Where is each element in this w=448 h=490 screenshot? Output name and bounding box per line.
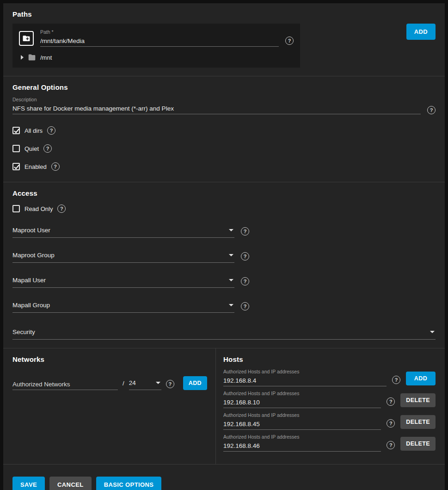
host-help-icon[interactable]: ?	[392, 376, 400, 384]
read-only-help-icon[interactable]: ?	[57, 205, 66, 213]
tree-node-label: /mnt	[40, 54, 52, 61]
networks-title: Networks	[12, 355, 207, 363]
chevron-down-icon	[229, 254, 233, 256]
path-label: Path *	[40, 29, 279, 35]
security-select[interactable]: Security	[12, 327, 436, 340]
hosts-title: Hosts	[223, 355, 436, 363]
mapall-group-label: Mapall Group	[12, 302, 50, 309]
host-input-4[interactable]	[223, 440, 381, 452]
networks-hosts-split: Networks / 24 ? ADD Hosts Authorized Hos…	[3, 348, 445, 464]
read-only-checkbox[interactable]	[12, 205, 20, 212]
maproot-group-help-icon[interactable]: ?	[241, 252, 249, 261]
path-explorer-panel: Path * ? /mnt	[12, 24, 300, 68]
description-input[interactable]	[12, 103, 421, 114]
basic-options-button[interactable]: BASIC OPTIONS	[96, 477, 162, 490]
maproot-user-row: Maproot User ?	[12, 225, 436, 238]
chevron-down-icon	[430, 331, 435, 333]
mapall-user-label: Mapall User	[12, 277, 46, 284]
folder-icon	[28, 54, 36, 61]
chevron-down-icon	[229, 304, 233, 306]
enabled-label: Enabled	[25, 163, 47, 170]
host-field-label: Authorized Hosts and IP addresses	[223, 369, 387, 374]
maproot-user-label: Maproot User	[12, 227, 50, 234]
maproot-group-select[interactable]: Maproot Group	[12, 250, 234, 263]
all-dirs-label: All dirs	[25, 127, 43, 134]
maproot-user-select[interactable]: Maproot User	[12, 225, 234, 238]
host-help-icon[interactable]: ?	[387, 419, 395, 428]
authorized-networks-input[interactable]	[12, 379, 118, 390]
host-entry: Authorized Hosts and IP addresses ? DELE…	[223, 434, 436, 452]
maproot-user-help-icon[interactable]: ?	[241, 227, 249, 236]
paths-section: Paths Path * ?	[3, 3, 445, 76]
chevron-down-icon	[156, 382, 160, 384]
checkbox-row-quiet: Quiet ?	[12, 144, 436, 153]
host-help-icon[interactable]: ?	[387, 441, 395, 449]
host-field-label: Authorized Hosts and IP addresses	[223, 434, 381, 440]
authorized-networks-help-icon[interactable]: ?	[166, 380, 174, 388]
paths-title: Paths	[12, 10, 436, 18]
access-section: Access Read Only ? Maproot User ? Maproo…	[3, 182, 445, 348]
cidr-separator: /	[123, 380, 124, 390]
paths-add-button[interactable]: ADD	[406, 24, 436, 40]
checkbox-row-all-dirs: All dirs ?	[12, 126, 436, 135]
host-entry: Authorized Hosts and IP addresses ? DELE…	[223, 412, 436, 430]
security-label: Security	[12, 329, 35, 335]
create-new-folder-glyph	[22, 34, 31, 43]
mapall-group-help-icon[interactable]: ?	[241, 302, 249, 310]
maproot-group-row: Maproot Group ?	[12, 250, 436, 263]
host-field-label: Authorized Hosts and IP addresses	[223, 412, 381, 418]
host-delete-button[interactable]: DELETE	[400, 393, 436, 407]
networks-section: Networks / 24 ? ADD	[3, 348, 215, 464]
enabled-help-icon[interactable]: ?	[51, 162, 60, 171]
host-delete-button[interactable]: DELETE	[400, 415, 436, 429]
cancel-button[interactable]: CANCEL	[49, 477, 92, 490]
networks-add-button[interactable]: ADD	[183, 376, 207, 390]
general-options-section: General Options Description ? All dirs ?…	[3, 76, 445, 182]
access-title: Access	[12, 189, 436, 197]
quiet-checkbox[interactable]	[12, 145, 20, 152]
cidr-prefix-select[interactable]: 24	[129, 378, 161, 390]
all-dirs-help-icon[interactable]: ?	[47, 126, 55, 135]
enabled-checkbox[interactable]	[12, 163, 20, 170]
host-input-1[interactable]	[223, 375, 387, 386]
chevron-down-icon	[229, 229, 233, 231]
checkbox-row-read-only: Read Only ?	[12, 205, 436, 213]
description-help-icon[interactable]: ?	[427, 106, 436, 114]
authorized-networks-row: / 24 ? ADD	[12, 376, 207, 390]
mapall-user-help-icon[interactable]: ?	[241, 277, 249, 285]
quiet-label: Quiet	[25, 145, 39, 152]
nfs-share-form: Paths Path * ?	[3, 3, 445, 490]
host-entry: Authorized Hosts and IP addresses ? DELE…	[223, 391, 436, 408]
description-label: Description	[12, 97, 421, 102]
host-entry: Authorized Hosts and IP addresses ? ADD	[223, 369, 436, 386]
host-help-icon[interactable]: ?	[387, 397, 395, 406]
hosts-section: Hosts Authorized Hosts and IP addresses …	[216, 348, 445, 464]
maproot-group-label: Maproot Group	[12, 252, 55, 259]
checkbox-row-enabled: Enabled ?	[12, 162, 436, 171]
mapall-user-select[interactable]: Mapall User	[12, 275, 234, 288]
all-dirs-checkbox[interactable]	[12, 127, 20, 134]
form-actions: SAVE CANCEL BASIC OPTIONS	[3, 465, 445, 490]
chevron-down-icon	[229, 279, 233, 281]
mapall-user-row: Mapall User ?	[12, 275, 436, 288]
read-only-label: Read Only	[25, 205, 53, 212]
general-options-title: General Options	[12, 83, 436, 91]
path-input[interactable]	[40, 36, 279, 47]
mapall-group-select[interactable]: Mapall Group	[12, 300, 234, 313]
quiet-help-icon[interactable]: ?	[43, 144, 52, 153]
add-folder-icon[interactable]	[19, 31, 34, 46]
path-help-icon[interactable]: ?	[285, 37, 294, 45]
host-input-2[interactable]	[223, 397, 381, 408]
host-delete-button[interactable]: DELETE	[400, 437, 436, 451]
mapall-group-row: Mapall Group ?	[12, 300, 436, 313]
host-field-label: Authorized Hosts and IP addresses	[223, 391, 381, 396]
host-input-3[interactable]	[223, 419, 381, 430]
save-button[interactable]: SAVE	[12, 477, 45, 490]
cidr-prefix-value: 24	[129, 379, 136, 386]
security-row: Security	[12, 327, 436, 340]
expand-caret-icon[interactable]	[21, 55, 24, 60]
tree-node-mnt[interactable]: /mnt	[19, 54, 294, 61]
host-add-button[interactable]: ADD	[406, 372, 436, 385]
